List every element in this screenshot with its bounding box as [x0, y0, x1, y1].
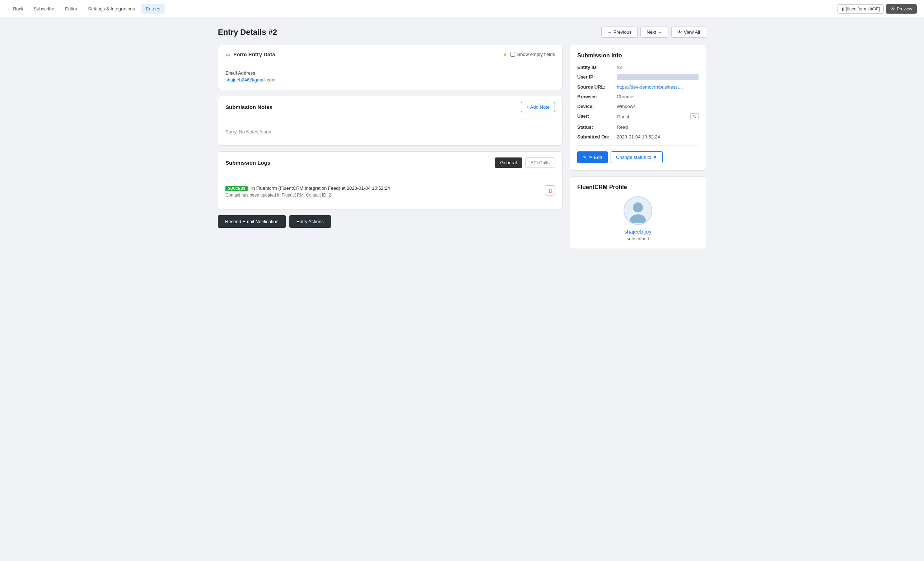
- back-link[interactable]: ← Back: [7, 6, 24, 12]
- show-empty-label[interactable]: Show empty fields: [510, 52, 555, 57]
- edit-button[interactable]: ✎ ✏ Edit: [577, 151, 608, 163]
- email-value: shajeeb246@gmail.com: [225, 77, 555, 82]
- log-sub-text: Contact has been updated in FluentCRM. C…: [225, 193, 545, 197]
- view-all-button[interactable]: 👁 View All: [671, 27, 706, 38]
- log-entry: success in Fluentcrm (FluentCRM Integrat…: [225, 181, 555, 202]
- email-label: Email Address: [225, 71, 555, 76]
- page-header: Entry Details #2 ← Previous Next → 👁 Vie…: [218, 27, 706, 38]
- svg-point-0: [633, 202, 643, 212]
- change-status-button[interactable]: Change status to ▼: [610, 151, 663, 163]
- edit-user-button[interactable]: ✎: [690, 113, 699, 120]
- profile-name[interactable]: shajeeb joy: [577, 229, 699, 235]
- notes-card-header: Submission Notes + Add Note: [218, 96, 562, 118]
- shortcode-button[interactable]: ▮ [fluentform id="4"]: [837, 4, 884, 13]
- info-entity-id: Entity ID: #2: [577, 64, 699, 70]
- previous-button[interactable]: ← Previous: [601, 27, 638, 38]
- eye-icon: 👁: [891, 6, 895, 12]
- delete-log-button[interactable]: 🗑: [545, 186, 555, 196]
- email-field-group: Email Address shajeeb246@gmail.com: [225, 71, 555, 82]
- info-submitted-on: Submitted On: 2023-01-04 10:52:24: [577, 134, 699, 139]
- add-note-button[interactable]: + Add Note: [521, 102, 555, 112]
- info-user-ip: User IP:: [577, 74, 699, 80]
- form-entry-body: Email Address shajeeb246@gmail.com: [218, 63, 562, 90]
- profile-title: FluentCRM Profile: [577, 184, 699, 190]
- profile-status: subscribed: [577, 236, 699, 241]
- submission-notes-card: Submission Notes + Add Note Sorry, No No…: [218, 96, 562, 146]
- next-button[interactable]: Next →: [640, 27, 668, 38]
- page-container: Entry Details #2 ← Previous Next → 👁 Vie…: [211, 18, 713, 257]
- shortcode-icon: ▮: [842, 6, 844, 12]
- star-icon[interactable]: ★: [502, 51, 508, 58]
- nav-entries[interactable]: Entries: [141, 4, 164, 13]
- submission-info-card: Submission Info Entity ID: #2 User IP: S…: [570, 45, 706, 171]
- info-device: Device: Windows: [577, 104, 699, 109]
- submission-logs-card: Submission Logs General API Calls succes…: [218, 151, 562, 209]
- no-notes-message: Sorry, No Notes found!: [225, 126, 555, 138]
- info-status: Status: Read: [577, 124, 699, 130]
- log-tab-api[interactable]: API Calls: [525, 157, 555, 168]
- logs-title: Submission Logs: [225, 160, 492, 166]
- notes-body: Sorry, No Notes found!: [218, 118, 562, 145]
- log-entry-content: success in Fluentcrm (FluentCRM Integrat…: [225, 186, 545, 197]
- fluentcrm-profile-card: FluentCRM Profile shajeeb joy subscribed: [570, 177, 706, 249]
- pencil-icon: ✎: [583, 155, 587, 160]
- info-user: User: Guest ✎: [577, 113, 699, 120]
- info-browser: Browser: Chrome: [577, 94, 699, 99]
- info-source-url: Source URL: https://dev-democrmbusiness.…: [577, 84, 699, 90]
- show-empty-checkbox[interactable]: [510, 52, 515, 57]
- source-url-link[interactable]: https://dev-democrmbusiness....: [617, 84, 699, 90]
- svg-point-1: [630, 214, 646, 223]
- nav-settings[interactable]: Settings & Integrations: [84, 4, 139, 13]
- nav-buttons: ← Previous Next → 👁 View All: [601, 27, 706, 38]
- form-entry-card: Form Entry Data ★ Show empty fields Emai…: [218, 45, 562, 90]
- avatar: [624, 196, 652, 225]
- log-tabs: General API Calls: [495, 157, 555, 168]
- nav-editor[interactable]: Editor: [61, 4, 81, 13]
- form-entry-header: Form Entry Data ★ Show empty fields: [218, 45, 562, 63]
- page-title: Entry Details #2: [218, 28, 277, 37]
- resend-email-button[interactable]: Resend Email Notification: [218, 215, 286, 228]
- entry-actions-button[interactable]: Entry Actions: [290, 215, 331, 228]
- form-entry-title: Form Entry Data: [233, 51, 500, 57]
- left-column: Form Entry Data ★ Show empty fields Emai…: [218, 45, 562, 228]
- content-grid: Form Entry Data ★ Show empty fields Emai…: [218, 45, 706, 249]
- log-text: success in Fluentcrm (FluentCRM Integrat…: [225, 186, 545, 191]
- log-tab-general[interactable]: General: [495, 157, 522, 168]
- action-buttons: Resend Email Notification Entry Actions: [218, 215, 562, 228]
- sidebar-actions: ✎ ✏ Edit Change status to ▼: [577, 145, 699, 163]
- nav-subscribe[interactable]: Subscribe: [29, 4, 59, 13]
- code-icon: [225, 52, 231, 57]
- notes-title: Submission Notes: [225, 104, 518, 110]
- right-column: Submission Info Entity ID: #2 User IP: S…: [570, 45, 706, 249]
- logs-card-header: Submission Logs General API Calls: [218, 152, 562, 174]
- user-ip-blurred: [617, 74, 699, 80]
- top-navigation: ← Back Subscribe Editor Settings & Integ…: [0, 0, 924, 18]
- submission-info-title: Submission Info: [577, 52, 699, 59]
- preview-button[interactable]: 👁 Preview: [886, 4, 917, 13]
- chevron-down-icon: ▼: [652, 155, 657, 160]
- eye-small-icon: 👁: [677, 29, 682, 35]
- logs-body: success in Fluentcrm (FluentCRM Integrat…: [218, 174, 562, 209]
- success-badge: success: [225, 186, 248, 191]
